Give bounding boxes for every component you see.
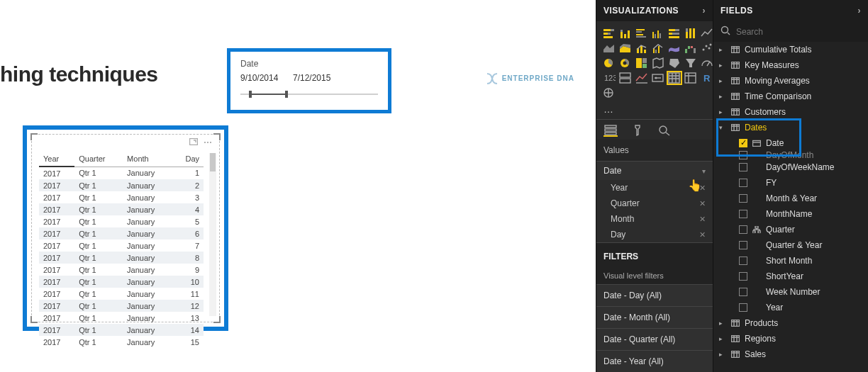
viz-treemap-icon[interactable]	[635, 57, 649, 69]
checkbox-icon[interactable]	[739, 179, 747, 187]
checkbox-icon[interactable]	[739, 241, 747, 249]
more-options-icon[interactable]: ⋯	[204, 137, 212, 147]
column-header[interactable]: Quarter	[74, 152, 123, 167]
focus-mode-icon[interactable]	[189, 137, 198, 147]
slicer-end-date[interactable]: 7/12/2015	[293, 73, 337, 83]
table-time-comparison[interactable]: ▸Time Comparison	[713, 89, 868, 104]
table-row[interactable]: 2017Qtr 1January4	[39, 203, 204, 215]
slicer-handle-start[interactable]	[249, 91, 252, 98]
checkbox-icon[interactable]	[739, 272, 747, 281]
viz-more-icon[interactable]: …	[596, 102, 713, 119]
viz-filled-map-icon[interactable]	[667, 57, 681, 69]
slicer-start-date[interactable]: 9/10/2014	[240, 73, 284, 83]
table-row[interactable]: 2017Qtr 1January12	[39, 300, 204, 312]
viz-100-stacked-bar-icon[interactable]	[667, 27, 681, 40]
table-dates[interactable]: ▾ Dates	[713, 120, 868, 135]
values-field-date[interactable]: Date ▾	[596, 161, 713, 180]
report-canvas[interactable]: hing techniques ENTERPRISE DNA Date 9/10…	[0, 0, 596, 372]
viz-clustered-bar-icon[interactable]	[635, 27, 649, 40]
viz-stacked-bar-icon[interactable]	[602, 27, 616, 40]
field-quarter[interactable]: Quarter	[713, 222, 868, 237]
table-row[interactable]: 2017Qtr 1January14	[39, 324, 204, 336]
table-key-measures[interactable]: ▸Key Measures	[713, 57, 868, 73]
viz-map-icon[interactable]	[651, 57, 665, 69]
viz-pie-icon[interactable]	[602, 57, 616, 69]
field-week-number[interactable]: Week Number	[713, 284, 868, 300]
fields-search[interactable]	[713, 21, 868, 42]
viz-slicer-icon[interactable]	[651, 72, 665, 84]
viz-matrix-icon[interactable]	[684, 72, 698, 84]
table-customers[interactable]: ▸Customers	[713, 104, 868, 120]
column-header[interactable]: Year	[39, 152, 74, 167]
field-shortyear[interactable]: ShortYear	[713, 269, 868, 284]
viz-scatter-icon[interactable]	[700, 42, 714, 55]
field-dayofmonth[interactable]: DayOfMonth	[713, 151, 868, 159]
viz-clustered-column-icon[interactable]	[651, 27, 665, 40]
field-dayofweekname[interactable]: DayOfWeekName	[713, 159, 868, 175]
table-cumulative-totals[interactable]: ▸Cumulative Totals	[713, 42, 868, 57]
viz-line-icon[interactable]	[700, 27, 714, 40]
field-quarter-year[interactable]: Quarter & Year	[713, 237, 868, 253]
filter-card[interactable]: Date - Month (All)	[596, 306, 713, 328]
values-subfield[interactable]: Year✕	[596, 180, 713, 196]
viz-ribbon-icon[interactable]	[667, 42, 681, 55]
table-row[interactable]: 2017Qtr 1January10	[39, 276, 204, 288]
viz-line-stacked-column-icon[interactable]	[635, 42, 649, 55]
fields-header[interactable]: FIELDS›	[713, 0, 868, 21]
table-moving-averages[interactable]: ▸Moving Averages	[713, 73, 868, 89]
checkbox-icon[interactable]	[739, 194, 747, 203]
table-row[interactable]: 2017Qtr 1January15	[39, 336, 204, 348]
remove-field-icon[interactable]: ✕	[699, 184, 706, 193]
visualizations-header[interactable]: VISUALIZATIONS›	[596, 0, 713, 21]
slicer-handle-end[interactable]	[285, 91, 288, 98]
table-row[interactable]: 2017Qtr 1January1	[39, 167, 204, 179]
checkbox-icon[interactable]	[739, 288, 747, 296]
viz-kpi-icon[interactable]	[635, 72, 649, 84]
date-table-visual[interactable]: ⋯ YearQuarterMonthDay 2017Qtr 1January12…	[23, 125, 228, 331]
viz-area-icon[interactable]	[602, 42, 616, 55]
table-row[interactable]: 2017Qtr 1January2	[39, 179, 204, 191]
table-row[interactable]: 2017Qtr 1January6	[39, 227, 204, 239]
analytics-tab[interactable]	[657, 124, 672, 137]
table-row[interactable]: 2017Qtr 1January3	[39, 191, 204, 203]
field-short-month[interactable]: Short Month	[713, 253, 868, 269]
remove-field-icon[interactable]: ✕	[699, 199, 706, 208]
field-fy[interactable]: FY	[713, 175, 868, 191]
viz-multi-row-card-icon[interactable]	[618, 72, 633, 84]
table-row[interactable]: 2017Qtr 1January11	[39, 288, 204, 300]
checkbox-checked-icon[interactable]	[739, 139, 747, 147]
values-subfield[interactable]: Day✕	[596, 227, 713, 242]
viz-100-stacked-column-icon[interactable]	[684, 27, 698, 40]
checkbox-icon[interactable]	[739, 257, 747, 265]
field-year[interactable]: Year	[713, 300, 868, 315]
viz-line-clustered-column-icon[interactable]	[651, 42, 665, 55]
slicer-range-bar[interactable]	[240, 90, 378, 98]
viz-r-visual-icon[interactable]: R	[700, 72, 714, 84]
fields-search-input[interactable]	[736, 27, 861, 37]
column-header[interactable]: Month	[123, 152, 172, 167]
checkbox-icon[interactable]	[739, 210, 747, 218]
table-row[interactable]: 2017Qtr 1January13	[39, 312, 204, 324]
format-tab[interactable]	[630, 124, 645, 137]
checkbox-icon[interactable]	[739, 303, 747, 312]
viz-stacked-column-icon[interactable]	[618, 27, 633, 40]
filter-card[interactable]: Date - Day (All)	[596, 284, 713, 306]
field-date[interactable]: Date	[713, 135, 868, 151]
table-row[interactable]: 2017Qtr 1January9	[39, 264, 204, 276]
values-subfield[interactable]: Month✕	[596, 211, 713, 227]
table-row[interactable]: 2017Qtr 1January7	[39, 239, 204, 252]
field-month-year[interactable]: Month & Year	[713, 191, 868, 206]
filter-card[interactable]: Date - Year (All)	[596, 350, 713, 372]
table-row[interactable]: 2017Qtr 1January8	[39, 252, 204, 264]
column-header[interactable]: Day	[173, 152, 204, 167]
viz-table-icon[interactable]	[667, 72, 681, 84]
table-vertical-scrollbar[interactable]	[209, 153, 216, 316]
table-row[interactable]: 2017Qtr 1January5	[39, 215, 204, 227]
viz-card-icon[interactable]: 123	[602, 72, 616, 84]
viz-donut-icon[interactable]	[618, 57, 633, 69]
viz-arcgis-icon[interactable]	[602, 86, 616, 99]
checkbox-icon[interactable]	[739, 163, 747, 171]
checkbox-icon[interactable]	[739, 225, 747, 234]
checkbox-icon[interactable]	[739, 151, 747, 159]
date-slicer-visual[interactable]: Date 9/10/2014 7/12/2015	[227, 48, 391, 113]
